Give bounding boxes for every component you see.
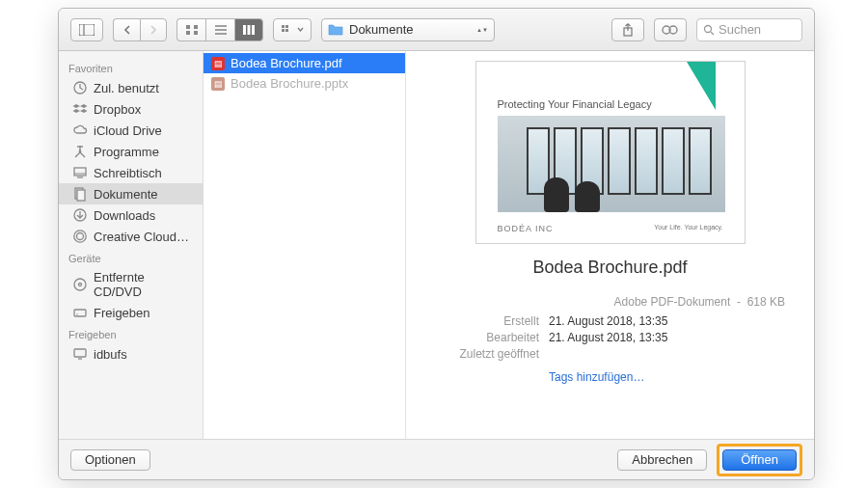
svg-point-32 xyxy=(74,279,86,290)
pptx-file-icon: ▤ xyxy=(211,77,225,91)
search-field[interactable]: Suchen xyxy=(696,18,802,41)
desktop-icon xyxy=(72,165,88,180)
add-tags-link[interactable]: Tags hinzufügen… xyxy=(425,370,795,384)
documents-icon xyxy=(72,186,88,202)
options-button[interactable]: Optionen xyxy=(70,449,150,471)
thumb-tag: Your Life. Your Legacy. xyxy=(654,224,722,233)
svg-line-21 xyxy=(711,32,714,35)
view-mode-segmented xyxy=(176,18,263,41)
search-placeholder: Suchen xyxy=(719,22,761,37)
thumb-photo xyxy=(498,116,725,212)
svg-rect-5 xyxy=(194,31,198,35)
preview-metadata: Adobe PDF-Dokument - 618 KB Erstellt21. … xyxy=(425,295,795,384)
file-name: Bodea Brochure.pptx xyxy=(231,76,348,91)
sidebar-item-dropbox[interactable]: Dropbox xyxy=(59,98,203,120)
svg-rect-24 xyxy=(74,168,86,176)
sidebar-item-programme[interactable]: Programme xyxy=(59,141,203,162)
view-list-button[interactable] xyxy=(205,18,234,41)
path-popup[interactable]: Dokumente ▲▼ xyxy=(321,18,495,41)
sidebar-item-label: Dropbox xyxy=(94,102,141,117)
sidebar-section-header: Favoriten xyxy=(59,57,203,77)
preview-thumbnail: Protecting Your Financial Legacy BODÉA I… xyxy=(475,61,746,244)
apps-icon xyxy=(72,144,88,159)
sidebar-item-label: Programme xyxy=(94,145,159,159)
svg-point-23 xyxy=(79,150,82,153)
svg-point-35 xyxy=(76,313,77,314)
folder-icon xyxy=(328,23,343,36)
svg-rect-34 xyxy=(74,310,86,316)
svg-rect-15 xyxy=(285,29,288,32)
preview-filename: Bodea Brochure.pdf xyxy=(532,258,687,278)
tags-button[interactable] xyxy=(654,18,687,41)
svg-rect-28 xyxy=(77,190,85,201)
sidebar-item-downloads[interactable]: Downloads xyxy=(59,204,203,226)
thumb-caption: Protecting Your Financial Legacy xyxy=(498,98,652,110)
svg-rect-14 xyxy=(282,29,285,32)
dropbox-icon xyxy=(72,101,88,117)
stepper-icon: ▲▼ xyxy=(476,27,488,33)
meta-label: Zuletzt geöffnet xyxy=(425,347,539,361)
view-columns-button[interactable] xyxy=(234,18,263,41)
search-icon xyxy=(703,24,715,36)
meta-value: 21. August 2018, 13:35 xyxy=(549,331,667,344)
meta-row: Bearbeitet21. August 2018, 13:35 xyxy=(425,331,795,344)
drive-icon xyxy=(72,305,88,320)
downloads-icon xyxy=(72,207,88,223)
group-by-button[interactable] xyxy=(273,18,312,41)
cancel-button[interactable]: Abbrechen xyxy=(617,449,707,471)
file-kind-size: Adobe PDF-Dokument - 618 KB xyxy=(425,295,795,309)
file-row[interactable]: ▤Bodea Brochure.pptx xyxy=(203,73,405,94)
meta-row: Erstellt21. August 2018, 13:35 xyxy=(425,314,795,328)
forward-button[interactable] xyxy=(140,18,167,41)
open-button[interactable]: Öffnen xyxy=(722,449,797,471)
svg-point-33 xyxy=(79,284,82,286)
sidebar-section-header: Geräte xyxy=(59,247,203,267)
svg-rect-4 xyxy=(186,31,190,35)
open-dialog: Dokumente ▲▼ Suchen FavoritenZul. benutz… xyxy=(58,8,815,480)
clock-icon xyxy=(72,80,88,95)
sidebar: FavoritenZul. benutztDropboxiCloud Drive… xyxy=(59,51,203,439)
svg-point-30 xyxy=(74,230,86,242)
display-icon xyxy=(72,346,88,362)
thumb-brand: BODÉA INC xyxy=(498,224,554,233)
cc-icon xyxy=(72,229,88,244)
toolbar: Dokumente ▲▼ Suchen xyxy=(59,9,814,51)
open-button-highlight: Öffnen xyxy=(717,444,802,476)
sidebar-item-creative-cloud-[interactable]: Creative Cloud… xyxy=(59,226,203,247)
sidebar-item-label: Schreibtisch xyxy=(94,166,162,180)
file-name: Bodea Brochure.pdf xyxy=(231,56,342,70)
back-button[interactable] xyxy=(113,18,140,41)
pdf-file-icon: ▤ xyxy=(211,57,225,70)
sidebar-item-schreibtisch[interactable]: Schreibtisch xyxy=(59,162,203,183)
meta-label: Bearbeitet xyxy=(425,331,539,344)
sidebar-item-label: Entfernte CD/DVD xyxy=(94,270,193,299)
svg-rect-13 xyxy=(285,25,288,28)
decor-triangle xyxy=(687,62,716,110)
svg-point-20 xyxy=(705,25,712,32)
sidebar-section-header: Freigeben xyxy=(59,323,203,343)
sidebar-toggle-button[interactable] xyxy=(70,18,103,41)
svg-rect-12 xyxy=(282,25,285,28)
meta-label: Erstellt xyxy=(425,314,539,328)
sidebar-item-idbufs[interactable]: idbufs xyxy=(59,343,203,365)
file-row[interactable]: ▤Bodea Brochure.pdf xyxy=(203,53,405,73)
sidebar-item-label: idbufs xyxy=(94,347,127,362)
nav-back-forward xyxy=(113,18,167,41)
sidebar-item-zul-benutzt[interactable]: Zul. benutzt xyxy=(59,77,203,98)
svg-rect-2 xyxy=(186,25,190,29)
sidebar-item-label: Creative Cloud… xyxy=(94,230,189,244)
sidebar-item-dokumente[interactable]: Dokumente xyxy=(59,183,203,204)
svg-rect-11 xyxy=(252,25,255,35)
sidebar-item-label: Downloads xyxy=(94,208,155,223)
svg-rect-36 xyxy=(74,349,86,357)
path-label: Dokumente xyxy=(349,22,413,37)
share-button[interactable] xyxy=(611,18,644,41)
view-icons-button[interactable] xyxy=(176,18,205,41)
sidebar-item-entfernte-cd-dvd[interactable]: Entfernte CD/DVD xyxy=(59,267,203,302)
sidebar-item-freigeben[interactable]: Freigeben xyxy=(59,302,203,323)
file-column: ▤Bodea Brochure.pdf▤Bodea Brochure.pptx xyxy=(203,51,406,439)
meta-value: 21. August 2018, 13:35 xyxy=(549,314,667,328)
sidebar-item-icloud-drive[interactable]: iCloud Drive xyxy=(59,120,203,141)
svg-point-31 xyxy=(77,233,84,240)
svg-rect-0 xyxy=(79,24,95,36)
